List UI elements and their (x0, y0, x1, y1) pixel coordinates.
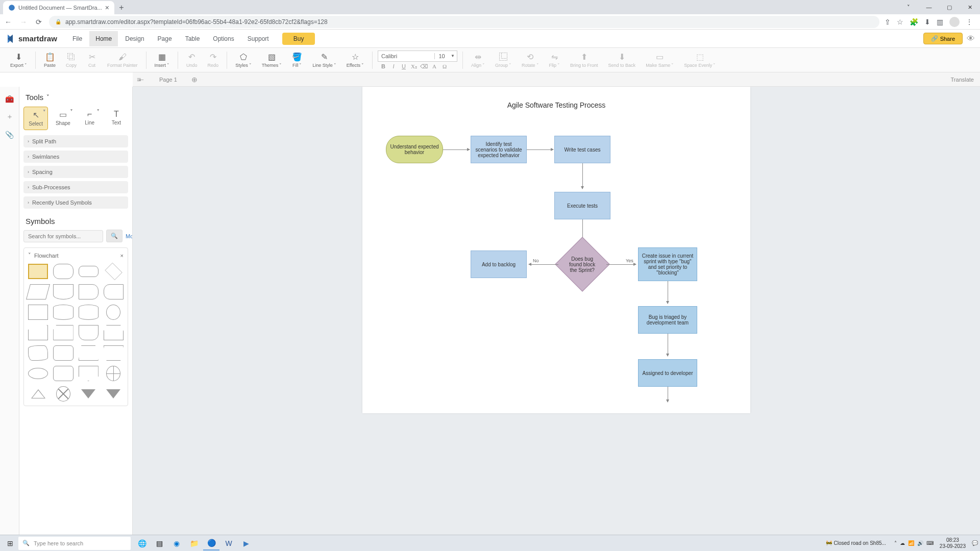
drawing-canvas[interactable]: Agile Software Testing Process Understan… (362, 87, 750, 413)
symbol-display[interactable] (104, 284, 124, 299)
section-recent-symbols[interactable]: ›Recently Used Symbols (23, 196, 128, 209)
group-button[interactable]: ⿺Group ˅ (490, 51, 517, 70)
symbol-document[interactable] (53, 284, 73, 299)
copy-button[interactable]: ⿻Copy (61, 51, 82, 70)
translate-button[interactable]: Translate (951, 77, 980, 83)
node-assigned[interactable]: Assigned to developer (638, 359, 697, 387)
send-back-button[interactable]: ⬇Send to Back (603, 50, 641, 70)
undo-button[interactable]: ↶Undo (181, 50, 203, 70)
symbol-connector[interactable] (106, 305, 120, 320)
symbol-triangle-down2[interactable] (104, 386, 124, 402)
node-understand[interactable]: Understand expected behavior (386, 136, 443, 163)
node-backlog[interactable]: Add to backlog (471, 251, 527, 278)
symbol-ellipse2[interactable] (28, 368, 48, 379)
task-view-icon[interactable]: ▤ (151, 536, 167, 550)
node-identify[interactable]: Identify test scenarios to validate expe… (471, 136, 527, 163)
clear-format-button[interactable]: ⌫ (420, 63, 429, 70)
symbol-trapezoid[interactable] (79, 345, 99, 361)
symbol-or[interactable] (56, 386, 70, 402)
subscript-button[interactable]: X₂ (409, 63, 419, 70)
node-triage[interactable]: Bug is triaged by development team (638, 306, 697, 334)
symbol-data[interactable] (26, 284, 50, 299)
shape-tool[interactable]: ▭Shape▼ (51, 107, 75, 130)
rotate-button[interactable]: ⟲Rotate ˅ (517, 50, 544, 70)
edge-icon[interactable]: ◉ (168, 536, 185, 550)
symbol-summing[interactable] (106, 366, 120, 381)
explorer-icon[interactable]: 📁 (186, 536, 202, 550)
symbol-internal-storage[interactable] (28, 305, 48, 320)
forward-icon[interactable]: → (18, 18, 29, 26)
share-button[interactable]: 🔗 Share (923, 33, 963, 44)
effects-button[interactable]: ☆Effects ˅ (341, 50, 369, 70)
cut-button[interactable]: ✂Cut (82, 50, 102, 70)
symbol-loop-limit[interactable] (104, 325, 124, 340)
add-page-icon[interactable]: ⊕ (191, 76, 198, 84)
add-icon[interactable]: ＋ (6, 112, 13, 121)
symbol-triangle-up[interactable] (28, 386, 48, 402)
wifi-icon[interactable]: 📶 (908, 540, 914, 546)
menu-page[interactable]: Page (152, 31, 178, 46)
symbol-manual-input[interactable] (28, 325, 48, 340)
node-create-issue[interactable]: Create issue in current sprint with type… (638, 247, 697, 281)
app-icon[interactable]: ▶ (238, 536, 254, 550)
watch-icon[interactable]: 👁 (967, 34, 975, 43)
align-button[interactable]: ⇹Align ˅ (466, 50, 490, 70)
tray-chevron-icon[interactable]: ˄ (894, 540, 897, 546)
format-painter-button[interactable]: 🖌Format Painter (102, 51, 143, 70)
paste-button[interactable]: 📋Paste (39, 50, 61, 70)
italic-button[interactable]: I (389, 63, 398, 70)
font-color-button[interactable]: A (430, 63, 439, 70)
menu-support[interactable]: Support (241, 31, 275, 46)
symbol-wave[interactable] (28, 345, 48, 361)
export-button[interactable]: ⬇Export ˅ (5, 50, 32, 70)
close-tab-icon[interactable]: × (105, 4, 109, 12)
symbol-off-page[interactable] (79, 366, 99, 381)
menu-home[interactable]: Home (89, 31, 118, 46)
volume-icon[interactable]: 🔊 (917, 540, 923, 546)
symbol-rounded[interactable] (53, 345, 73, 361)
symbol-card[interactable] (53, 325, 73, 340)
space-evenly-button[interactable]: ⬚Space Evenly ˅ (679, 50, 721, 70)
font-selector[interactable]: Calibri 10 ▼ (378, 51, 457, 62)
windows-start-icon[interactable]: ⊞ (2, 539, 18, 547)
url-bar[interactable]: 🔒 app.smartdraw.com/editor.aspx?template… (49, 16, 879, 28)
symbols-more-link[interactable]: More ✿ (126, 233, 133, 239)
line-style-button[interactable]: ✎Line Style ˅ (307, 50, 341, 70)
bring-front-button[interactable]: ⬆Bring to Front (565, 50, 603, 70)
language-icon[interactable]: ⌨ (926, 540, 934, 546)
symbol-search-button[interactable]: 🔍 (106, 230, 122, 242)
menu-design[interactable]: Design (119, 31, 150, 46)
flip-button[interactable]: ⇋Flip ˅ (544, 50, 566, 70)
close-window-icon[interactable]: ✕ (962, 4, 978, 11)
symbol-triangle-down[interactable] (79, 386, 99, 402)
make-same-button[interactable]: ▭Make Same ˅ (641, 50, 679, 70)
menu-file[interactable]: File (66, 31, 88, 46)
onedrive-icon[interactable]: ☁ (900, 540, 905, 546)
new-tab-button[interactable]: + (114, 1, 129, 14)
fill-button[interactable]: 🪣Fill ˅ (287, 50, 307, 70)
symbol-trapezoid2[interactable] (104, 345, 124, 361)
back-icon[interactable]: ← (3, 18, 13, 26)
section-split-path[interactable]: ›Split Path (23, 135, 128, 147)
insert-button[interactable]: ▦Insert ˅ (150, 50, 175, 70)
chrome-icon[interactable]: 🔵 (203, 536, 219, 550)
menu-icon[interactable]: ⋮ (966, 18, 973, 26)
section-swimlanes[interactable]: ›Swimlanes (23, 151, 128, 163)
notifications-icon[interactable]: 💬 (972, 540, 978, 546)
bookmark-icon[interactable]: ☆ (897, 18, 903, 26)
toolbox-icon[interactable]: 🧰 (5, 95, 14, 103)
symbol-predefined[interactable] (53, 366, 73, 381)
underline-button[interactable]: U (399, 63, 408, 70)
symbol-tape[interactable] (79, 325, 99, 340)
symbol-decision[interactable] (105, 263, 122, 280)
back-to-gallery-icon[interactable]: ← (138, 76, 145, 84)
weather-widget[interactable]: 🚧 Closed road on Sh85... (826, 540, 886, 546)
chevron-down-icon[interactable]: ˅ (28, 252, 31, 259)
line-tool[interactable]: ⌐Line▼ (78, 107, 102, 130)
node-write-tests[interactable]: Write test cases (554, 136, 610, 163)
cortana-icon[interactable]: 🌐 (134, 536, 150, 550)
share-page-icon[interactable]: ⇪ (885, 18, 891, 26)
themes-button[interactable]: ▧Themes ˅ (257, 50, 287, 70)
page-tab-1[interactable]: Page 1 (145, 77, 191, 83)
symbol-disk[interactable] (79, 305, 99, 320)
